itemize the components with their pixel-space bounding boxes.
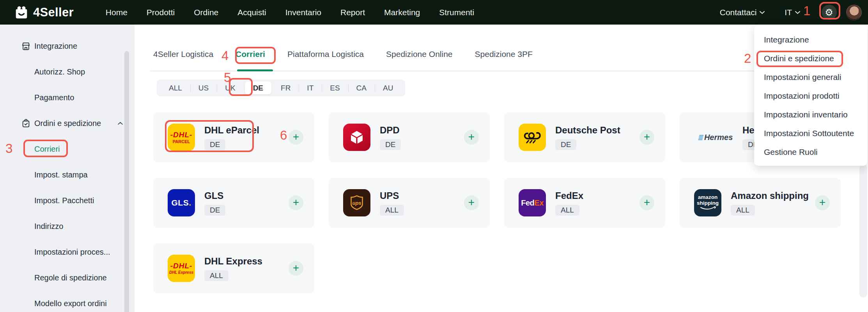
chevron-down-icon: [795, 11, 801, 14]
carrier-name: DPD: [380, 125, 401, 136]
carrier-info: GLSDE: [204, 190, 225, 216]
filter-es[interactable]: ES: [322, 80, 348, 96]
add-carrier-button[interactable]: +: [464, 195, 479, 210]
add-carrier-button[interactable]: +: [639, 195, 654, 210]
carrier-region-badge: ALL: [555, 205, 579, 216]
sidebar-item-impostazioni-proces[interactable]: Impostazioni proces...: [0, 239, 135, 265]
sidebar-item-indirizzo[interactable]: Indirizzo: [0, 213, 135, 239]
chevron-up-icon: [117, 120, 124, 127]
plus-icon: +: [468, 197, 475, 208]
carrier-region-badge: DE: [204, 205, 225, 216]
svg-text:ups: ups: [352, 200, 361, 206]
main-scrollbar[interactable]: [859, 164, 867, 298]
nav-item-home[interactable]: Home: [106, 8, 128, 17]
filter-ca[interactable]: CA: [348, 80, 375, 96]
carrier-info: UPSALL: [380, 190, 404, 216]
plus-icon: +: [293, 131, 299, 142]
tab-spedizione-3pf[interactable]: Spedizione 3PF: [475, 50, 533, 59]
settings-menu-item-ordini-e-spedizione[interactable]: Ordini e spedizione: [754, 49, 867, 68]
sidebar-item-pagamento[interactable]: Pagamento: [0, 85, 135, 110]
settings-menu-item-integrazione[interactable]: Integrazione: [754, 30, 867, 49]
carrier-name: FedEx: [555, 190, 583, 201]
filter-it[interactable]: IT: [299, 80, 322, 96]
carrier-card-ups: upsUPSALL+: [329, 178, 490, 228]
contact-menu[interactable]: Contattaci: [720, 8, 765, 17]
sidebar-item-modello-export-ordini[interactable]: Modello export ordini: [0, 291, 135, 312]
plus-icon: +: [293, 262, 299, 273]
sidebar-item-label: Impost. stampa: [34, 170, 88, 179]
brand-logo[interactable]: 4Seller: [14, 5, 74, 20]
nav-item-inventario[interactable]: Inventario: [285, 8, 321, 17]
add-carrier-button[interactable]: +: [815, 195, 830, 210]
sidebar-item-label: Ordini e spedizione: [34, 119, 101, 128]
filter-uk[interactable]: UK: [217, 80, 243, 96]
active-tab-underline: [237, 69, 273, 71]
carrier-name: Amazon shipping: [731, 190, 809, 201]
sidebar-item-impost-stampa[interactable]: Impost. stampa: [0, 162, 135, 188]
settings-menu-item-gestione-ruoli[interactable]: Gestione Ruoli: [754, 143, 867, 161]
carrier-tabs: 4Seller LogisticaCorrieriPiattaforma Log…: [153, 50, 533, 59]
sidebar-item-integrazione[interactable]: Integrazione: [0, 33, 135, 59]
tab-piattaforma-logistica[interactable]: Piattaforma Logistica: [287, 50, 364, 59]
gear-circle: ⚙: [822, 5, 837, 20]
carrier-card-amazon-shipping: amazonshippingAmazon shippingALL+: [680, 178, 841, 228]
filter-au[interactable]: AU: [375, 80, 401, 96]
add-carrier-button[interactable]: +: [639, 130, 654, 145]
sidebar-item-label: Integrazione: [34, 42, 77, 51]
sidebar-item-label: Corrieri: [34, 145, 60, 154]
filter-us[interactable]: US: [190, 80, 217, 96]
add-carrier-button[interactable]: +: [289, 195, 303, 210]
deutsche-post-logo: [519, 124, 546, 151]
carrier-region-badge: DE: [204, 139, 225, 150]
nav-item-strumenti[interactable]: Strumenti: [439, 8, 474, 17]
gear-icon: ⚙: [825, 8, 833, 17]
storefront-icon: [21, 41, 31, 51]
carrier-info: DHL ExpressALL: [204, 256, 262, 281]
order-bag-icon: [21, 119, 31, 128]
settings-menu-item-impostazioni-prodotti[interactable]: Impostazioni prodotti: [754, 87, 867, 105]
settings-menu-item-impostazioni-inventario[interactable]: Impostazioni inventario: [754, 105, 867, 124]
nav-item-report[interactable]: Report: [340, 8, 365, 17]
add-carrier-button[interactable]: +: [464, 130, 479, 145]
carrier-name: UPS: [380, 190, 404, 201]
language-selector[interactable]: IT: [785, 8, 801, 17]
dhl-express-logo: DHLDHL Express: [168, 255, 195, 282]
carrier-name: Deutsche Post: [555, 125, 620, 136]
nav-item-ordine[interactable]: Ordine: [194, 8, 218, 17]
user-avatar[interactable]: [846, 5, 862, 20]
settings-menu-item-impostazioni-sottoutente[interactable]: Impostazioni Sottoutente: [754, 124, 867, 143]
sidebar-item-impost-pacchetti[interactable]: Impost. Pacchetti: [0, 188, 135, 213]
nav-item-prodotti[interactable]: Prodotti: [147, 8, 175, 17]
contact-label: Contattaci: [720, 8, 757, 17]
shopping-bag-logo-icon: [14, 5, 29, 20]
sidebar-item-label: Regole di spedizione: [34, 273, 107, 282]
carrier-region-badge: DE: [380, 139, 401, 150]
tab-spedizione-online[interactable]: Spedizione Online: [386, 50, 452, 59]
sidebar-item-autorizz-shop[interactable]: Autorizz. Shop: [0, 59, 135, 85]
tab-corrieri[interactable]: Corrieri: [236, 50, 265, 59]
tab-4seller-logistica[interactable]: 4Seller Logistica: [153, 50, 213, 59]
filter-all[interactable]: ALL: [161, 80, 190, 96]
carrier-region-badge: ALL: [204, 270, 229, 281]
sidebar-scrollbar[interactable]: [124, 51, 129, 312]
dhl-parcel-logo: DHLPARCEL: [168, 124, 195, 151]
filter-fr[interactable]: FR: [273, 80, 299, 96]
carrier-card-grid: DHLPARCELDHL eParcelDE+DPDDE+Deutsche Po…: [153, 112, 841, 293]
nav-item-marketing[interactable]: Marketing: [384, 8, 420, 17]
main-nav-menu: HomeProdottiOrdineAcquistiInventarioRepo…: [106, 8, 474, 17]
sidebar-item-ordini-e-spedizione[interactable]: Ordini e spedizione: [0, 110, 135, 136]
gls-logo: GLS.: [168, 189, 195, 216]
settings-gear-button[interactable]: ⚙: [818, 4, 840, 21]
settings-menu-item-impostazioni-generali[interactable]: Impostazioni generali: [754, 68, 867, 87]
nav-item-acquisti[interactable]: Acquisti: [237, 8, 266, 17]
add-carrier-button[interactable]: +: [289, 261, 303, 276]
add-carrier-button[interactable]: +: [289, 130, 303, 145]
carrier-region-badge: ALL: [380, 205, 404, 216]
filter-de[interactable]: DE: [245, 82, 271, 94]
sidebar-item-corrieri[interactable]: Corrieri: [0, 136, 135, 162]
carrier-info: Amazon shippingALL: [731, 190, 809, 216]
ups-logo: ups: [343, 189, 370, 216]
sidebar-item-regole-di-spedizione[interactable]: Regole di spedizione: [0, 265, 135, 291]
carrier-name: DHL Express: [204, 256, 262, 267]
sidebar-item-label: Modello export ordini: [34, 299, 107, 308]
